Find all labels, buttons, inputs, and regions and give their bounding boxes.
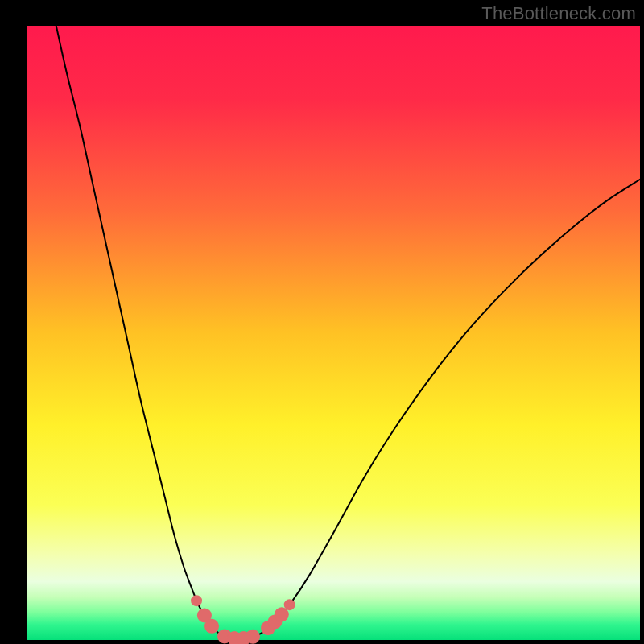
data-marker xyxy=(284,599,295,610)
bottleneck-chart xyxy=(0,0,644,644)
data-marker xyxy=(191,595,202,606)
watermark-text: TheBottleneck.com xyxy=(481,3,636,24)
plot-background xyxy=(27,26,640,640)
data-marker xyxy=(246,630,260,644)
chart-frame: TheBottleneck.com xyxy=(0,0,644,644)
data-marker xyxy=(204,619,219,634)
